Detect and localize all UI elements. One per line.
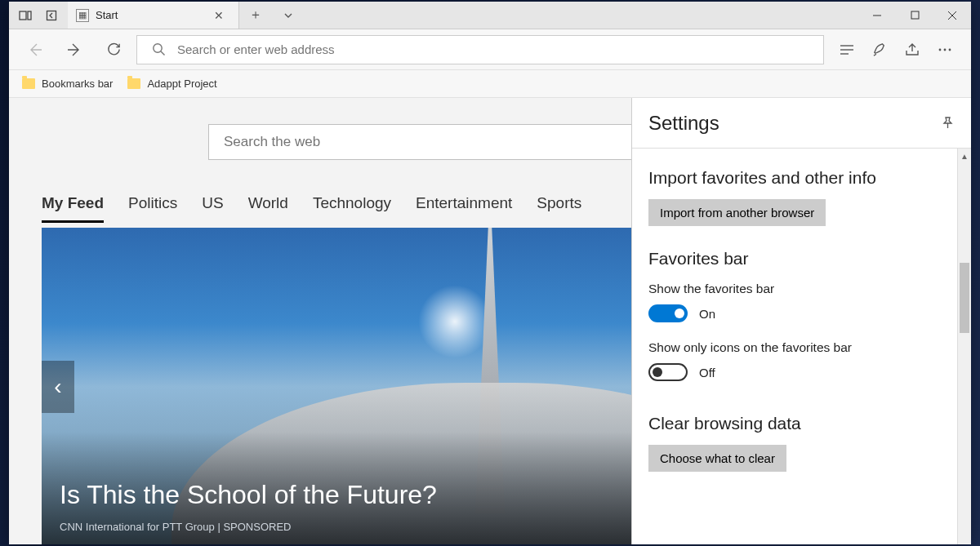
import-browser-button[interactable]: Import from another browser <box>648 199 826 226</box>
show-favorites-label: Show the favorites bar <box>648 282 955 296</box>
bookmarks-bar: Bookmarks bar Adappt Project <box>9 70 971 98</box>
icons-only-label: Show only icons on the favorites bar <box>648 340 955 355</box>
show-favorites-toggle-row: On <box>648 304 955 322</box>
hero-source: CNN International for PTT Group | SPONSO… <box>60 521 291 533</box>
svg-rect-2 <box>47 11 56 20</box>
feed-tab-entertainment[interactable]: Entertainment <box>416 194 512 223</box>
browser-tab[interactable]: ▦ Start ✕ <box>68 2 239 29</box>
settings-title: Settings <box>648 112 719 135</box>
back-button[interactable] <box>19 33 51 66</box>
folder-icon <box>22 78 35 89</box>
bookmark-folder[interactable]: Adappt Project <box>127 78 216 90</box>
svg-rect-1 <box>28 11 31 20</box>
forward-button[interactable] <box>58 33 91 66</box>
tabs-set-aside-list-button[interactable] <box>40 4 63 27</box>
icons-only-toggle-row: Off <box>648 363 955 381</box>
search-icon <box>152 42 166 56</box>
title-bar-left-icons <box>9 2 68 29</box>
settings-panel: Settings Import favorites and other info… <box>631 98 971 544</box>
scrollbar-thumb[interactable] <box>960 263 969 333</box>
tab-close-button[interactable]: ✕ <box>207 9 230 22</box>
feed-tab-technology[interactable]: Technology <box>313 194 391 223</box>
feed-tab-my-feed[interactable]: My Feed <box>42 194 104 223</box>
content-area: My Feed Politics US World Technology Ent… <box>9 98 971 544</box>
svg-point-14 <box>949 48 951 51</box>
new-tab-button[interactable]: ＋ <box>239 2 272 29</box>
window-controls <box>858 2 971 29</box>
more-button[interactable] <box>929 33 961 66</box>
minimize-button[interactable] <box>858 2 896 29</box>
navigation-bar <box>9 29 971 70</box>
icons-only-toggle[interactable] <box>648 363 688 381</box>
settings-header: Settings <box>632 98 971 149</box>
favorites-bar-heading: Favorites bar <box>648 249 955 269</box>
folder-icon <box>127 78 140 89</box>
hero-decoration <box>418 285 492 358</box>
address-input[interactable] <box>177 42 808 56</box>
show-favorites-toggle[interactable] <box>648 304 688 322</box>
svg-point-13 <box>944 48 947 51</box>
feed-tab-world[interactable]: World <box>248 194 288 223</box>
address-bar[interactable] <box>136 35 824 64</box>
hero-headline: Is This the School of the Future? <box>60 480 437 510</box>
browser-window: ▦ Start ✕ ＋ <box>9 2 971 544</box>
toggle-state-text: On <box>699 307 715 321</box>
bookmark-label: Adappt Project <box>147 78 216 90</box>
tab-preview-toggle-button[interactable] <box>272 2 305 29</box>
choose-clear-button[interactable]: Choose what to clear <box>648 445 786 472</box>
notes-button[interactable] <box>863 33 896 66</box>
reading-view-button[interactable] <box>831 33 863 66</box>
svg-rect-4 <box>911 11 919 19</box>
scroll-up-icon[interactable]: ▲ <box>958 149 971 163</box>
tab-favicon-icon: ▦ <box>76 9 89 22</box>
tab-title: Start <box>96 9 207 21</box>
toggle-state-text: Off <box>699 366 715 380</box>
settings-scrollbar[interactable]: ▲ <box>957 149 971 544</box>
feed-tab-us[interactable]: US <box>202 194 223 223</box>
close-window-button[interactable] <box>933 2 971 29</box>
bookmark-folder[interactable]: Bookmarks bar <box>22 78 113 90</box>
import-heading: Import favorites and other info <box>648 168 955 188</box>
maximize-button[interactable] <box>896 2 933 29</box>
share-button[interactable] <box>896 33 929 66</box>
title-bar: ▦ Start ✕ ＋ <box>9 2 971 29</box>
hero-prev-button[interactable]: ‹ <box>42 361 74 413</box>
pin-panel-button[interactable] <box>941 116 955 130</box>
feed-tab-sports[interactable]: Sports <box>537 194 581 223</box>
settings-body: Import favorites and other info Import f… <box>632 149 971 544</box>
svg-point-7 <box>154 44 162 52</box>
svg-point-12 <box>939 48 942 51</box>
feed-tab-politics[interactable]: Politics <box>128 194 177 223</box>
set-aside-tabs-button[interactable] <box>14 4 37 27</box>
bookmark-label: Bookmarks bar <box>42 78 113 90</box>
svg-rect-0 <box>20 11 26 20</box>
refresh-button[interactable] <box>97 33 130 66</box>
svg-line-8 <box>161 51 165 55</box>
clear-data-heading: Clear browsing data <box>648 414 955 433</box>
